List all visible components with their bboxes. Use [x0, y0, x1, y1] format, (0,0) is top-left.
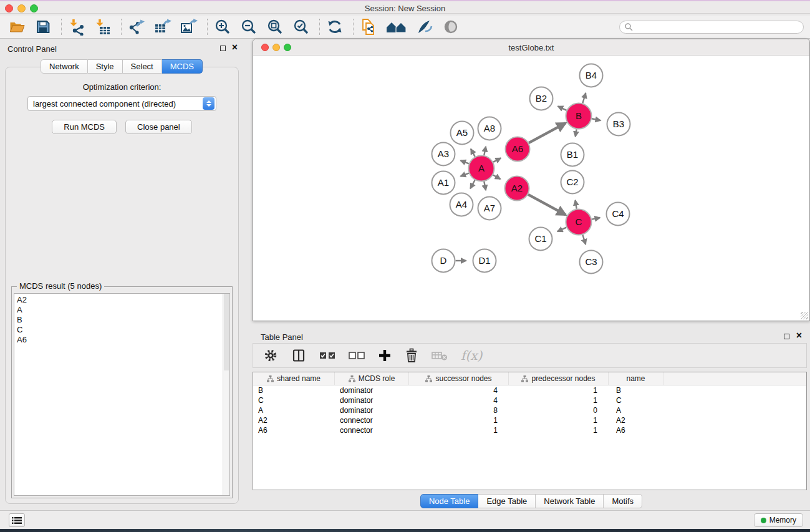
- table-row[interactable]: A2connector11A2: [253, 415, 806, 425]
- column-header-name[interactable]: name: [609, 372, 663, 385]
- edge-A-A1[interactable]: [461, 173, 469, 177]
- home-button[interactable]: [385, 17, 408, 36]
- node-B[interactable]: B: [566, 104, 592, 129]
- table-cell[interactable]: 8: [409, 406, 509, 415]
- open-session-button[interactable]: [7, 17, 26, 36]
- annotation-mode-button[interactable]: [415, 17, 434, 36]
- node-D1[interactable]: D1: [473, 249, 496, 273]
- table-cell[interactable]: 1: [509, 416, 609, 425]
- tab-mcds[interactable]: MCDS: [162, 59, 203, 74]
- table-cell[interactable]: A: [253, 406, 335, 415]
- edge-A-A2[interactable]: [493, 175, 501, 180]
- node-D[interactable]: D: [432, 249, 455, 273]
- memory-button[interactable]: Memory: [754, 513, 803, 527]
- node-B3[interactable]: B3: [607, 113, 630, 136]
- mcds-result-list[interactable]: A2ABCA6: [14, 293, 230, 496]
- edge-A-A3[interactable]: [461, 160, 469, 163]
- zoom-fit-button[interactable]: [266, 17, 284, 36]
- edge-A-A5[interactable]: [471, 149, 475, 157]
- table-cell[interactable]: dominator: [335, 396, 409, 405]
- mcds-result-item[interactable]: B: [17, 315, 229, 325]
- tab-node-table[interactable]: Node Table: [420, 494, 479, 508]
- edge-A2-C[interactable]: [528, 195, 566, 215]
- search-input[interactable]: [633, 22, 803, 32]
- node-A8[interactable]: A8: [478, 117, 501, 140]
- node-A4[interactable]: A4: [450, 193, 473, 216]
- node-B2[interactable]: B2: [530, 87, 553, 110]
- edge-A6-B[interactable]: [529, 123, 566, 143]
- table-cell[interactable]: 4: [409, 386, 509, 395]
- table-row[interactable]: A6connector11A6: [253, 425, 806, 435]
- table-cell[interactable]: 1: [509, 396, 609, 405]
- node-C3[interactable]: C3: [580, 251, 603, 274]
- tab-select[interactable]: Select: [123, 59, 162, 74]
- node-B4[interactable]: B4: [580, 64, 603, 87]
- table-row[interactable]: Cdominator41C: [253, 395, 806, 405]
- table-cell[interactable]: C: [609, 396, 663, 405]
- select-all-button[interactable]: [319, 351, 335, 360]
- window-resize-grip[interactable]: [801, 312, 808, 319]
- close-panel-button[interactable]: Close panel: [125, 120, 192, 134]
- node-A6[interactable]: A6: [506, 137, 530, 162]
- table-cell[interactable]: A2: [253, 416, 335, 425]
- table-cell[interactable]: C: [253, 396, 335, 405]
- node-B1[interactable]: B1: [561, 143, 584, 167]
- table-cell[interactable]: A6: [609, 426, 663, 435]
- delete-button[interactable]: [405, 348, 418, 363]
- mcds-result-item[interactable]: A6: [17, 335, 229, 345]
- table-cell[interactable]: A2: [609, 416, 663, 425]
- edge-A-A8[interactable]: [484, 147, 486, 155]
- result-scrollbar[interactable]: [223, 294, 229, 495]
- table-cell[interactable]: dominator: [335, 386, 409, 395]
- mcds-result-item[interactable]: A: [17, 305, 229, 315]
- close-panel-icon[interactable]: ×: [232, 42, 238, 52]
- float-panel-icon[interactable]: [220, 46, 226, 51]
- export-image-button[interactable]: [180, 17, 198, 36]
- node-A2[interactable]: A2: [505, 177, 529, 201]
- zoom-in-button[interactable]: [213, 17, 232, 36]
- table-cell[interactable]: 4: [409, 396, 509, 405]
- edge-B-B1[interactable]: [576, 129, 577, 137]
- refresh-layout-button[interactable]: [325, 17, 344, 36]
- column-header-mcds-role[interactable]: MCDS role: [335, 372, 409, 385]
- column-header-shared-name[interactable]: shared name: [253, 372, 335, 385]
- edge-B-B3[interactable]: [592, 118, 600, 120]
- table-cell[interactable]: 1: [409, 416, 509, 425]
- export-table-button[interactable]: [153, 17, 172, 36]
- import-table-button[interactable]: [94, 17, 112, 36]
- table-row[interactable]: Bdominator41B: [253, 385, 806, 395]
- tab-network[interactable]: Network: [41, 59, 88, 74]
- function-builder-button[interactable]: f(x): [461, 348, 482, 363]
- mcds-result-item[interactable]: A2: [17, 295, 229, 305]
- show-graphics-details-button[interactable]: [441, 17, 460, 36]
- edge-A-A4[interactable]: [470, 180, 475, 188]
- table-cell[interactable]: 1: [509, 386, 609, 395]
- delete-column-button[interactable]: [432, 350, 448, 361]
- edge-A-A7[interactable]: [484, 181, 486, 190]
- edge-C-C1[interactable]: [557, 228, 566, 231]
- import-network-button[interactable]: [67, 17, 86, 36]
- zoom-out-button[interactable]: [239, 17, 258, 36]
- add-column-button[interactable]: [378, 349, 392, 362]
- show-columns-button[interactable]: [291, 348, 306, 363]
- deselect-all-button[interactable]: [349, 351, 365, 360]
- table-cell[interactable]: connector: [335, 416, 409, 425]
- column-header-predecessor-nodes[interactable]: predecessor nodes: [509, 372, 609, 385]
- mcds-result-item[interactable]: C: [17, 325, 229, 335]
- node-A5[interactable]: A5: [451, 122, 474, 145]
- float-table-panel-icon[interactable]: [784, 334, 789, 339]
- node-C[interactable]: C: [566, 210, 592, 235]
- table-cell[interactable]: dominator: [335, 406, 409, 415]
- node-A3[interactable]: A3: [432, 143, 455, 166]
- node-A1[interactable]: A1: [432, 172, 455, 195]
- export-network-button[interactable]: [127, 17, 146, 36]
- table-cell[interactable]: A6: [253, 426, 335, 435]
- edge-A-A6[interactable]: [493, 158, 501, 162]
- clone-network-button[interactable]: [359, 17, 378, 36]
- close-table-panel-icon[interactable]: ×: [796, 331, 802, 341]
- network-graph-canvas[interactable]: ABCA2A6A1A3A4A5A7A8B1B2B3B4C1C2C3C4DD1: [253, 56, 809, 321]
- node-C4[interactable]: C4: [607, 203, 630, 226]
- tab-style[interactable]: Style: [88, 59, 123, 74]
- tab-network-table[interactable]: Network Table: [536, 494, 604, 508]
- node-C2[interactable]: C2: [561, 171, 584, 194]
